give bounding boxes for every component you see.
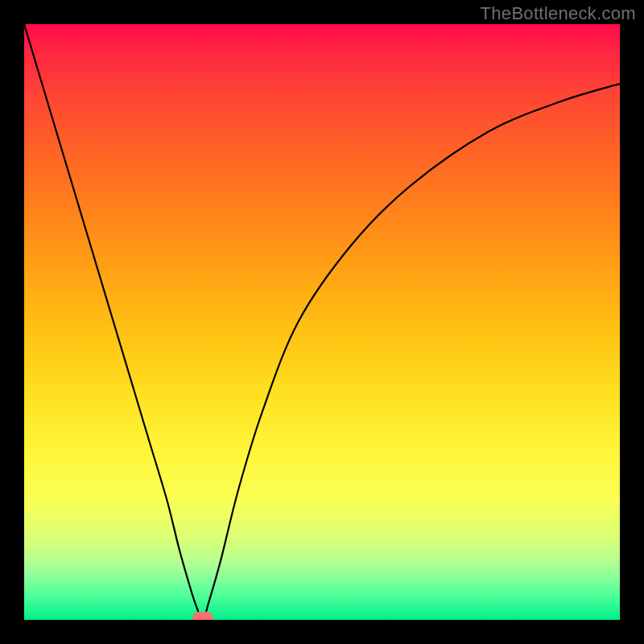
watermark-text: TheBottleneck.com <box>481 3 636 24</box>
minimum-markers <box>192 612 213 620</box>
chart-frame: TheBottleneck.com <box>0 0 644 644</box>
bottleneck-curve <box>24 24 620 620</box>
plot-area <box>24 24 620 620</box>
chart-overlay <box>24 24 620 620</box>
